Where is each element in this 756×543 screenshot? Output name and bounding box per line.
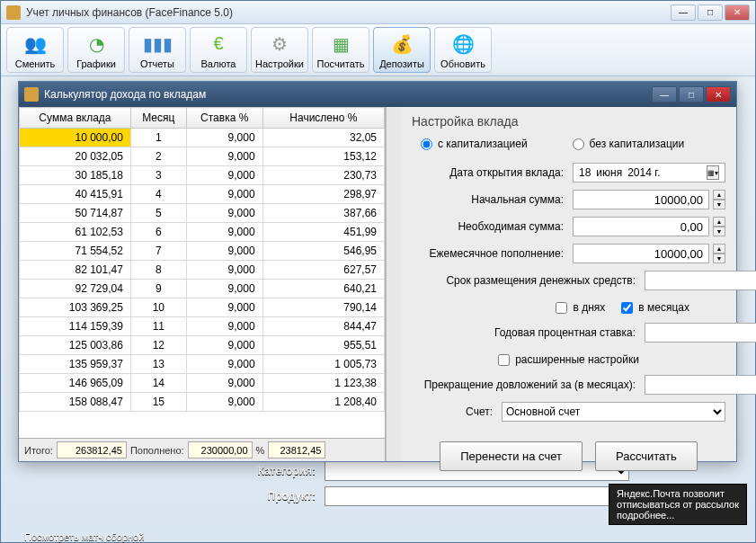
in-months-checkbox[interactable]: в месяцах xyxy=(621,301,689,314)
tooltip-notification[interactable]: Яндекс.Почта позволитотписываться от рас… xyxy=(609,484,747,525)
toolbar-обновить[interactable]: 🌐Обновить xyxy=(434,27,492,73)
table-row[interactable]: 71 554,5279,000546,95 xyxy=(20,242,385,261)
need-sum-label: Необходимая сумма: xyxy=(412,220,573,233)
table-cell: 1 xyxy=(130,129,186,147)
need-sum-input[interactable] xyxy=(573,217,709,236)
transfer-button[interactable]: Перенести на счет xyxy=(440,441,583,471)
monthly-spinner[interactable]: ▲▼ xyxy=(713,244,725,263)
table-cell: 92 729,04 xyxy=(20,280,131,298)
table-row[interactable]: 125 003,86129,000955,51 xyxy=(20,336,385,355)
table-row[interactable]: 40 415,9149,000298,97 xyxy=(20,185,385,204)
stop-input[interactable] xyxy=(645,375,756,395)
toolbar-сменить[interactable]: 👥Сменить xyxy=(6,27,64,73)
deposit-calculator-dialog: Калькулятор дохода по вкладам — □ ✕ Сумм… xyxy=(18,81,737,462)
rate-input[interactable] xyxy=(645,323,756,343)
column-header[interactable]: Начислено % xyxy=(262,108,384,129)
table-cell: 15 xyxy=(130,393,186,412)
column-header[interactable]: Ставка % xyxy=(186,108,262,129)
table-cell: 230,73 xyxy=(262,166,384,185)
table-cell: 627,57 xyxy=(262,261,384,280)
table-cell: 8 xyxy=(130,261,186,280)
match-link[interactable]: Посмотреть матч сборной xyxy=(24,531,144,542)
results-pane: Сумма вкладаМесяцСтавка %Начислено % 10 … xyxy=(19,107,386,461)
table-row[interactable]: 114 159,39119,000844,47 xyxy=(20,317,385,336)
table-row[interactable]: 146 965,09149,0001 123,38 xyxy=(20,374,385,393)
in-days-checkbox[interactable]: в днях xyxy=(556,301,605,314)
calculate-button[interactable]: Рассчитать xyxy=(595,441,698,471)
настройки-icon: ⚙ xyxy=(267,31,292,57)
table-row[interactable]: 158 088,47159,0001 208,40 xyxy=(20,393,385,412)
calendar-icon[interactable]: ▦▾ xyxy=(707,165,719,180)
table-cell: 9,000 xyxy=(186,393,262,412)
term-label: Срок размещения денежных средств: xyxy=(412,274,645,287)
need-sum-spinner[interactable]: ▲▼ xyxy=(713,217,725,236)
table-cell: 9,000 xyxy=(186,317,262,336)
column-header[interactable]: Сумма вклада xyxy=(20,108,131,129)
table-cell: 6 xyxy=(130,223,186,242)
table-cell: 451,99 xyxy=(262,223,384,242)
product-select[interactable] xyxy=(325,486,629,506)
table-cell: 125 003,86 xyxy=(20,336,131,355)
table-row[interactable]: 20 032,0529,000153,12 xyxy=(20,147,385,166)
toolbar-депозиты[interactable]: 💰Депозиты xyxy=(373,27,431,73)
advanced-checkbox[interactable]: расширенные настройки xyxy=(498,353,639,366)
minimize-button[interactable]: — xyxy=(671,4,696,21)
account-select[interactable]: Основной счет xyxy=(502,402,725,422)
toolbar-настройки[interactable]: ⚙Настройки xyxy=(251,27,308,73)
toolbar-посчитать[interactable]: ▦Посчитать xyxy=(312,27,369,73)
table-cell: 12 xyxy=(130,336,186,355)
table-cell: 153,12 xyxy=(262,147,384,166)
start-sum-spinner[interactable]: ▲▼ xyxy=(713,190,725,209)
table-cell: 3 xyxy=(130,166,186,185)
dialog-minimize-button[interactable]: — xyxy=(652,86,677,102)
депозиты-icon: 💰 xyxy=(389,31,414,57)
dialog-title: Калькулятор дохода по вкладам xyxy=(44,88,652,101)
cap-without-radio[interactable]: без капитализации xyxy=(573,138,685,150)
monthly-input[interactable] xyxy=(573,244,709,263)
table-cell: 61 102,53 xyxy=(20,223,131,242)
pct-label: % xyxy=(256,445,265,456)
toolbar-графики[interactable]: ◔Графики xyxy=(67,27,125,73)
deposit-table[interactable]: Сумма вкладаМесяцСтавка %Начислено % 10 … xyxy=(19,107,385,412)
refill-label: Пополнено: xyxy=(130,445,184,456)
table-cell: 10 000,00 xyxy=(20,129,131,147)
total-value[interactable] xyxy=(57,441,127,458)
table-row[interactable]: 82 101,4789,000627,57 xyxy=(20,261,385,280)
stop-label: Прекращение довложений за (в месяцах): xyxy=(412,378,645,391)
table-cell: 298,97 xyxy=(262,185,384,204)
cap-with-radio[interactable]: с капитализацией xyxy=(421,138,528,150)
account-label: Счет: xyxy=(412,405,502,418)
table-cell: 2 xyxy=(130,147,186,166)
table-cell: 955,51 xyxy=(262,336,384,355)
dialog-maximize-button[interactable]: □ xyxy=(679,86,704,102)
maximize-button[interactable]: □ xyxy=(698,4,723,21)
table-row[interactable]: 92 729,0499,000640,21 xyxy=(20,280,385,298)
посчитать-icon: ▦ xyxy=(328,31,353,57)
column-header[interactable]: Месяц xyxy=(130,108,186,129)
close-button[interactable]: ✕ xyxy=(725,4,750,21)
table-row[interactable]: 61 102,5369,000451,99 xyxy=(20,223,385,242)
open-date-picker[interactable]: 18 июня 2014 г. ▦▾ xyxy=(573,163,725,182)
table-row[interactable]: 10 000,0019,00032,05 xyxy=(20,129,385,147)
refill-value[interactable] xyxy=(188,441,253,458)
start-sum-input[interactable] xyxy=(573,190,709,209)
table-cell: 9,000 xyxy=(186,298,262,317)
pct-value[interactable] xyxy=(268,441,325,458)
dialog-titlebar: Калькулятор дохода по вкладам — □ ✕ xyxy=(19,82,736,107)
table-cell: 546,95 xyxy=(262,242,384,261)
scrollbar[interactable] xyxy=(386,107,401,461)
table-cell: 32,05 xyxy=(262,129,384,147)
term-input[interactable] xyxy=(645,271,756,290)
table-row[interactable]: 30 185,1839,000230,73 xyxy=(20,166,385,185)
table-row[interactable]: 103 369,25109,000790,14 xyxy=(20,298,385,317)
dialog-icon xyxy=(24,87,39,102)
dialog-close-button[interactable]: ✕ xyxy=(706,86,731,102)
table-row[interactable]: 50 714,8759,000387,66 xyxy=(20,204,385,223)
main-titlebar: Учет личных финансов (FaceFinance 5.0) —… xyxy=(1,1,755,24)
валюта-icon: € xyxy=(206,31,231,57)
start-sum-label: Начальная сумма: xyxy=(412,193,573,206)
product-label: Продукт: xyxy=(19,490,325,503)
toolbar-отчеты[interactable]: ▮▮▮Отчеты xyxy=(129,27,186,73)
toolbar-валюта[interactable]: €Валюта xyxy=(190,27,247,73)
table-row[interactable]: 135 959,37139,0001 005,73 xyxy=(20,355,385,374)
